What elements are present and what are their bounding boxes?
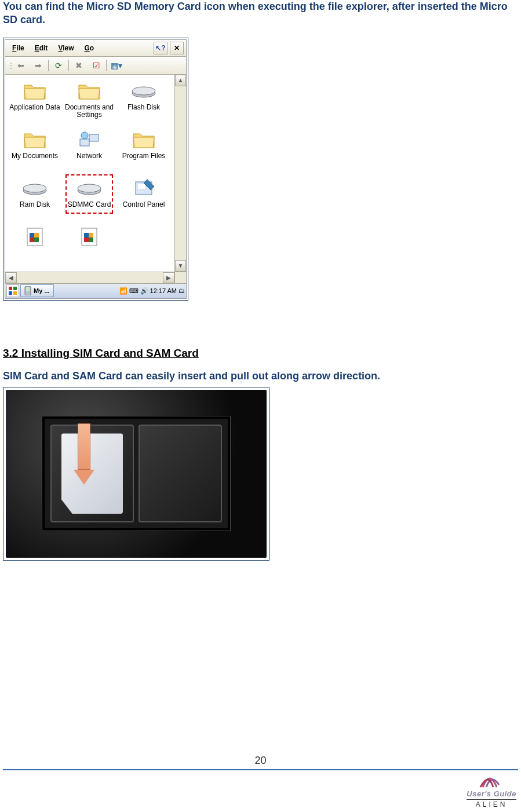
toolbar: ⋮ ⬅ ➡ ⟳ ✖ ☑ ▦▾ xyxy=(5,57,186,75)
forward-icon[interactable]: ➡ xyxy=(31,58,46,72)
item-label: Ram Disk xyxy=(20,201,50,209)
svg-rect-21 xyxy=(9,287,12,290)
insert-direction-arrow-icon xyxy=(76,423,92,487)
taskbar-clock: 12:17 AM xyxy=(150,287,177,294)
svg-rect-14 xyxy=(30,233,34,237)
disk-icon xyxy=(76,177,102,200)
scroll-up-icon[interactable]: ▲ xyxy=(175,75,186,86)
svg-point-4 xyxy=(81,132,88,139)
item-sdmmc-card[interactable]: SDMMC Card xyxy=(62,175,116,224)
menubar: File Edit View Go ↖? ✕ xyxy=(5,40,186,57)
close-icon[interactable]: ✕ xyxy=(170,42,184,54)
file-explorer-screenshot: File Edit View Go ↖? ✕ ⋮ ⬅ ➡ ⟳ ✖ ☑ ▦▾ xyxy=(3,38,188,301)
sim-slot-right xyxy=(139,425,222,522)
item-label: Network xyxy=(76,152,102,160)
item-label: My Documents xyxy=(12,152,58,160)
file-icon xyxy=(26,225,43,248)
item-network[interactable]: Network xyxy=(62,127,116,175)
item-label: Documents and Settings xyxy=(62,104,116,119)
svg-rect-22 xyxy=(13,287,17,290)
item-documents-settings[interactable]: Documents and Settings xyxy=(62,78,116,127)
svg-rect-20 xyxy=(89,233,93,237)
item-application-data[interactable]: Application Data xyxy=(8,78,62,127)
disk-icon xyxy=(131,79,156,103)
footer-divider xyxy=(3,769,518,770)
sim-install-photo xyxy=(3,387,269,561)
svg-point-7 xyxy=(78,186,101,195)
svg-point-6 xyxy=(23,184,46,192)
svg-rect-13 xyxy=(34,237,39,242)
svg-point-8 xyxy=(78,184,101,192)
item-label: Program Files xyxy=(122,152,166,160)
folder-icon xyxy=(132,128,155,151)
svg-rect-3 xyxy=(89,134,99,141)
footer-guide-label: User's Guide xyxy=(467,789,516,798)
folder-icon xyxy=(23,128,46,151)
item-unknown-1[interactable] xyxy=(8,224,62,273)
item-label: Control Panel xyxy=(123,201,165,209)
folder-view[interactable]: Application Data Documents and Settings … xyxy=(5,75,174,272)
taskbar-task[interactable]: My ... xyxy=(20,284,54,297)
page-number: 20 xyxy=(254,755,266,767)
item-label: Application Data xyxy=(9,104,60,111)
svg-rect-2 xyxy=(80,139,89,146)
view-mode-icon[interactable]: ▦▾ xyxy=(109,58,124,72)
brand-logo-icon xyxy=(476,767,507,789)
svg-point-1 xyxy=(132,87,155,95)
svg-rect-10 xyxy=(138,184,145,189)
scroll-left-icon[interactable]: ◀ xyxy=(5,272,17,283)
item-flash-disk[interactable]: Flash Disk xyxy=(116,78,171,127)
item-ram-disk[interactable]: Ram Disk xyxy=(8,175,62,224)
disk-icon xyxy=(22,177,48,200)
intro-text: You can find the Micro SD Memory Card ic… xyxy=(3,0,518,27)
file-icon xyxy=(81,225,98,248)
scroll-right-icon[interactable]: ▶ xyxy=(163,272,174,283)
delete-icon[interactable]: ✖ xyxy=(71,58,86,72)
svg-rect-26 xyxy=(26,287,30,291)
tray-icon[interactable]: 🔊 xyxy=(140,287,148,295)
item-label: Flash Disk xyxy=(127,104,160,111)
item-my-documents[interactable]: My Documents xyxy=(8,127,62,175)
svg-rect-17 xyxy=(84,237,89,242)
horizontal-scrollbar[interactable]: ◀ ▶ xyxy=(5,272,186,283)
item-program-files[interactable]: Program Files xyxy=(116,127,171,175)
refresh-icon[interactable]: ⟳ xyxy=(51,58,66,72)
svg-rect-24 xyxy=(13,291,17,295)
tray-icon[interactable]: ⌨ xyxy=(129,287,139,295)
folder-icon xyxy=(78,79,101,103)
task-label: My ... xyxy=(34,287,50,294)
vertical-scrollbar[interactable]: ▲ ▼ xyxy=(174,75,186,272)
menu-edit[interactable]: Edit xyxy=(30,43,53,53)
check-icon[interactable]: ☑ xyxy=(89,58,104,72)
menu-file[interactable]: File xyxy=(8,43,29,53)
svg-rect-18 xyxy=(89,237,93,242)
menu-go[interactable]: Go xyxy=(80,43,99,53)
svg-rect-23 xyxy=(9,291,12,295)
svg-rect-15 xyxy=(34,233,39,237)
item-label: SDMMC Card xyxy=(68,201,111,209)
section-text: SIM Card and SAM Card can easily insert … xyxy=(3,370,518,382)
item-unknown-2[interactable] xyxy=(62,224,116,273)
menu-view[interactable]: View xyxy=(53,43,78,53)
network-icon xyxy=(78,128,101,151)
folder-icon xyxy=(23,79,46,103)
device-icon xyxy=(24,286,31,295)
control-panel-icon xyxy=(132,177,155,200)
footer-logo: User's Guide ALIEN xyxy=(467,767,516,809)
desktop-icon[interactable]: 🗂 xyxy=(178,287,185,294)
scroll-down-icon[interactable]: ▼ xyxy=(175,260,186,272)
tray-icon[interactable]: 📶 xyxy=(119,287,127,295)
whats-this-icon[interactable]: ↖? xyxy=(154,42,167,54)
item-control-panel[interactable]: Control Panel xyxy=(116,175,171,224)
svg-rect-12 xyxy=(30,237,34,242)
svg-rect-19 xyxy=(84,233,89,237)
back-icon[interactable]: ⬅ xyxy=(13,58,28,72)
footer-brand: ALIEN xyxy=(467,799,516,809)
start-button-icon[interactable] xyxy=(6,284,19,297)
taskbar: My ... 📶 ⌨ 🔊 12:17 AM 🗂 xyxy=(5,283,186,298)
section-heading: 3.2 Installing SIM Card and SAM Card xyxy=(3,347,518,360)
